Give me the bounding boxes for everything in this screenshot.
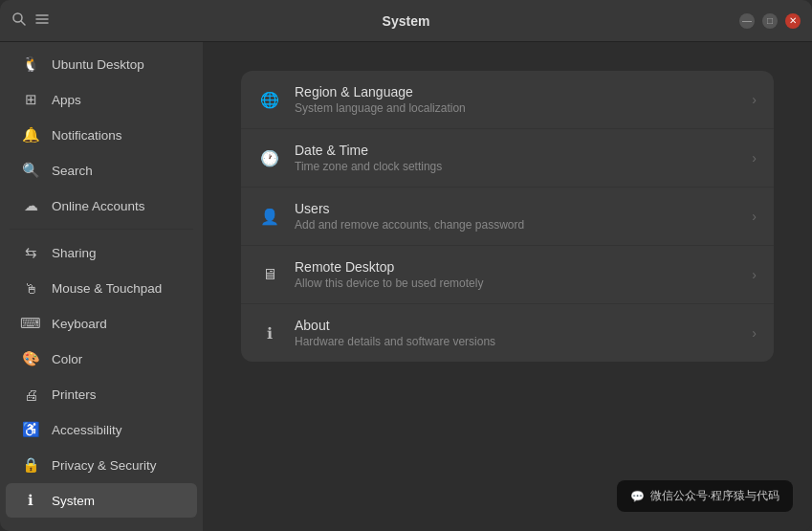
sidebar-item-accessibility[interactable]: ♿Accessibility [6,412,197,447]
settings-row-chevron-users: › [752,209,757,224]
titlebar-search-icon[interactable] [11,11,27,31]
settings-row-icon-users: 👤 [258,205,281,228]
sidebar-item-apps[interactable]: ⊞Apps [6,82,197,117]
sidebar-label-online-accounts: Online Accounts [52,199,145,213]
sidebar-label-privacy-security: Privacy & Security [52,458,157,473]
svg-line-1 [21,21,25,25]
settings-row-chevron-remote-desktop: › [752,267,757,282]
settings-row-subtitle-region-language: System language and localization [295,101,738,115]
sidebar-label-mouse-touchpad: Mouse & Touchpad [52,281,162,296]
sidebar-icon-sharing: ⇆ [21,243,40,262]
sidebar-icon-accessibility: ♿ [21,420,40,439]
window-title: System [383,13,430,29]
sidebar-label-notifications: Notifications [52,128,122,143]
sidebar-icon-privacy-security: 🔒 [21,455,40,475]
close-button[interactable]: ✕ [785,13,801,29]
sidebar-item-online-accounts[interactable]: ☁Online Accounts [6,188,197,223]
sidebar-label-printers: Printers [52,387,97,402]
sidebar-label-accessibility: Accessibility [52,423,122,437]
sidebar-label-search: Search [52,164,93,178]
sidebar-icon-system: ℹ [21,491,40,510]
sidebar-item-keyboard[interactable]: ⌨Keyboard [6,306,197,341]
settings-row-subtitle-about: Hardware details and software versions [295,335,738,348]
settings-row-title-remote-desktop: Remote Desktop [295,259,738,275]
settings-row-title-about: About [295,318,738,333]
settings-row-region-language[interactable]: 🌐Region & LanguageSystem language and lo… [241,71,774,129]
settings-row-text-users: UsersAdd and remove accounts, change pas… [295,201,738,232]
settings-row-text-region-language: Region & LanguageSystem language and loc… [295,84,738,115]
sidebar-item-search[interactable]: 🔍Search [6,153,197,188]
minimize-button[interactable]: — [739,13,755,29]
settings-row-icon-about: ℹ [258,321,281,344]
sidebar-icon-mouse-touchpad: 🖱 [21,278,40,298]
settings-row-subtitle-date-time: Time zone and clock settings [295,160,738,173]
titlebar: System — □ ✕ [0,0,812,42]
hamburger-menu-icon[interactable] [34,11,50,31]
settings-window: System — □ ✕ 🐧Ubuntu Desktop⊞Apps🔔Notifi… [0,0,812,531]
sidebar-label-ubuntu-desktop: Ubuntu Desktop [52,57,144,72]
system-settings-group: 🌐Region & LanguageSystem language and lo… [241,71,774,362]
settings-row-chevron-about: › [752,325,757,341]
window-controls: — □ ✕ [739,13,801,29]
sidebar-item-privacy-security[interactable]: 🔒Privacy & Security [6,448,197,482]
settings-row-icon-date-time: 🕐 [258,146,281,169]
settings-row-subtitle-remote-desktop: Allow this device to be used remotely [295,277,738,290]
sidebar-label-keyboard: Keyboard [52,317,107,331]
sidebar-label-system: System [52,494,95,508]
settings-row-users[interactable]: 👤UsersAdd and remove accounts, change pa… [241,188,774,246]
settings-row-about[interactable]: ℹAboutHardware details and software vers… [241,304,774,362]
sidebar-icon-keyboard: ⌨ [21,314,40,333]
sidebar-item-printers[interactable]: 🖨Printers [6,377,197,411]
settings-row-subtitle-users: Add and remove accounts, change password [295,218,738,232]
maximize-button[interactable]: □ [762,13,778,29]
content-area: 🌐Region & LanguageSystem language and lo… [203,42,812,531]
sidebar-label-apps: Apps [52,93,81,107]
sidebar-icon-ubuntu-desktop: 🐧 [21,55,40,74]
settings-row-title-users: Users [295,201,738,216]
sidebar-item-notifications[interactable]: 🔔Notifications [6,118,197,152]
settings-row-icon-remote-desktop: 🖥 [258,263,281,286]
settings-row-chevron-region-language: › [752,92,757,107]
sidebar-icon-online-accounts: ☁ [21,196,40,215]
sidebar-icon-search: 🔍 [21,161,40,180]
sidebar-label-color: Color [52,352,82,366]
sidebar-item-color[interactable]: 🎨Color [6,342,197,376]
titlebar-left [11,11,50,31]
settings-row-title-region-language: Region & Language [295,84,738,100]
sidebar-icon-apps: ⊞ [21,90,40,109]
settings-row-title-date-time: Date & Time [295,143,738,158]
settings-row-text-remote-desktop: Remote DesktopAllow this device to be us… [295,259,738,290]
settings-row-chevron-date-time: › [752,150,757,166]
sidebar-label-sharing: Sharing [52,246,97,260]
sidebar-icon-printers: 🖨 [21,385,40,404]
sidebar-item-ubuntu-desktop[interactable]: 🐧Ubuntu Desktop [6,47,197,81]
sidebar-icon-color: 🎨 [21,349,40,368]
sidebar-separator [10,229,193,230]
sidebar-icon-notifications: 🔔 [21,125,40,144]
sidebar: 🐧Ubuntu Desktop⊞Apps🔔Notifications🔍Searc… [0,42,203,531]
sidebar-item-system[interactable]: ℹSystem [6,483,197,518]
settings-row-icon-region-language: 🌐 [258,88,281,111]
settings-row-date-time[interactable]: 🕐Date & TimeTime zone and clock settings… [241,129,774,188]
sidebar-item-mouse-touchpad[interactable]: 🖱Mouse & Touchpad [6,271,197,305]
settings-row-text-about: AboutHardware details and software versi… [295,318,738,348]
settings-row-text-date-time: Date & TimeTime zone and clock settings [295,143,738,173]
settings-row-remote-desktop[interactable]: 🖥Remote DesktopAllow this device to be u… [241,246,774,304]
sidebar-item-sharing[interactable]: ⇆Sharing [6,235,197,270]
main-layout: 🐧Ubuntu Desktop⊞Apps🔔Notifications🔍Searc… [0,42,812,531]
